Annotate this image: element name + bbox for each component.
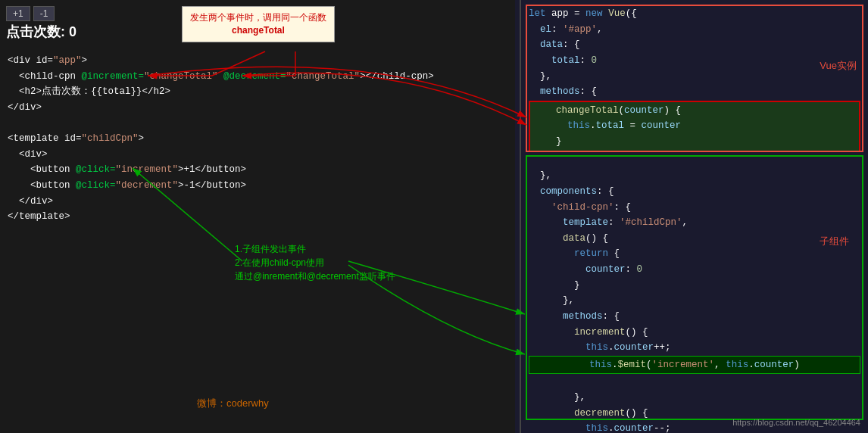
click-count-display: 点击次数: 0 (6, 23, 76, 41)
annotation-top-line2: changeTotal (232, 25, 285, 36)
right-code-area: let app = new Vue({ el: '#app', data: { … (521, 0, 868, 433)
left-code-pre: <div id="app"> <child-cpn @increment="ch… (8, 53, 507, 225)
annotation-mid-line3: 通过@inrement和@decrement监听事件 (235, 269, 395, 283)
child-component-label: 子组件 (820, 235, 849, 248)
plus-button[interactable]: +1 (6, 6, 30, 21)
annotation-mid-line2: 2.在使用child-cpn使用 (235, 256, 395, 269)
annotation-mid-line1: 1.子组件发出事件 (235, 242, 395, 256)
csdn-url: https://blog.csdn.net/qq_46204464 (732, 418, 860, 427)
vue-instance-label: Vue实例 (820, 59, 857, 73)
minus-button[interactable]: -1 (33, 6, 55, 21)
right-panel: Vue实例 子组件 let app = new Vue({ el: '#app'… (520, 0, 868, 433)
weibo-label: 微博：coderwhy (197, 397, 269, 410)
annotation-top-box: 发生两个事件时，调用同一个函数 changeTotal (182, 6, 335, 42)
top-buttons: +1 -1 (6, 6, 55, 21)
annotation-top-line1: 发生两个事件时，调用同一个函数 (190, 12, 326, 23)
annotation-mid-box: 1.子组件发出事件 2.在使用child-cpn使用 通过@inrement和@… (235, 242, 395, 283)
left-code-area: <div id="app"> <child-cpn @increment="ch… (0, 45, 515, 232)
left-panel: +1 -1 点击次数: 0 发生两个事件时，调用同一个函数 changeTota… (0, 0, 515, 433)
right-code-pre: let app = new Vue({ el: '#app', data: { … (529, 6, 860, 433)
